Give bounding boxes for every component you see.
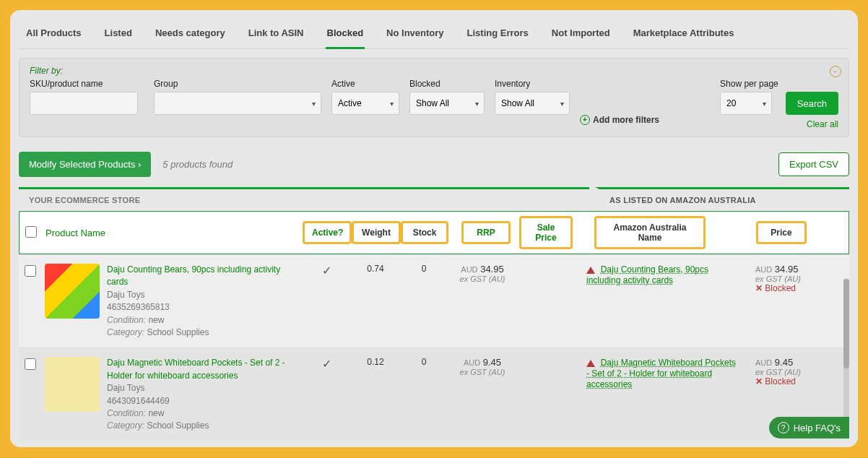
blocked-select[interactable]: Show All — [409, 92, 485, 115]
rrp-value: 34.95 — [480, 264, 504, 275]
tab-listing-errors[interactable]: Listing Errors — [466, 22, 530, 48]
rrp-note: ex GST (AU) — [455, 368, 510, 376]
col-active[interactable]: Active? — [303, 221, 352, 244]
product-sku: 4643091644469 — [107, 395, 302, 407]
tab-not-imported[interactable]: Not Imported — [550, 22, 612, 48]
warning-icon — [586, 267, 595, 274]
tab-marketplace-attributes[interactable]: Marketplace Attributes — [632, 22, 736, 48]
row-checkbox[interactable] — [25, 265, 36, 277]
plus-icon: + — [580, 115, 590, 125]
rrp-note: ex GST (AU) — [455, 275, 510, 283]
rrp-currency: AUD — [464, 358, 480, 367]
price-note: ex GST (AU) — [755, 368, 835, 376]
weight-value: 0.12 — [351, 357, 400, 432]
product-brand: Daju Toys — [107, 289, 302, 301]
product-thumbnail — [45, 357, 100, 412]
tab-blocked[interactable]: Blocked — [326, 22, 365, 48]
stock-value: 0 — [400, 264, 448, 339]
group-header-amazon: AS LISTED ON AMAZON AUSTRALIA — [595, 187, 849, 211]
price-value: 34.95 — [775, 264, 799, 275]
tab-needs-category[interactable]: Needs category — [154, 22, 227, 48]
active-label: Active — [331, 79, 399, 89]
help-faq-button[interactable]: ? Help FAQ's — [769, 417, 849, 438]
inventory-select[interactable]: Show All — [495, 92, 570, 115]
product-title-link[interactable]: Daju Magnetic Whiteboard Pockets - Set o… — [107, 357, 302, 382]
product-thumbnail — [45, 264, 100, 319]
col-weight[interactable]: Weight — [352, 221, 401, 244]
product-title-link[interactable]: Daju Counting Bears, 90pcs including act… — [107, 264, 302, 289]
product-sku: 4635269365813 — [107, 301, 302, 314]
group-label: Group — [154, 79, 321, 89]
table: YOUR ECOMMERCE STORE AS LISTED ON AMAZON… — [19, 187, 849, 441]
condition-label: Condition: — [107, 408, 146, 418]
scrollbar[interactable] — [843, 279, 849, 428]
app-frame: All Products Listed Needs category Link … — [10, 10, 858, 447]
sku-label: SKU/product name — [30, 79, 144, 89]
category-label: Category: — [107, 327, 144, 337]
price-currency: AUD — [755, 358, 772, 367]
price-note: ex GST (AU) — [755, 275, 835, 283]
col-price[interactable]: Price — [756, 221, 807, 244]
active-check-icon: ✓ — [302, 357, 351, 432]
search-button[interactable]: Search — [786, 92, 838, 115]
amazon-title-link[interactable]: Daju Magnetic Whiteboard Pockets - Set o… — [586, 358, 736, 389]
results-count: 5 products found — [162, 159, 233, 170]
col-sale-price[interactable]: Sale Price — [519, 216, 573, 249]
help-icon: ? — [778, 422, 789, 433]
add-more-filters[interactable]: +Add more filters — [580, 115, 659, 125]
collapse-icon[interactable]: − — [830, 66, 841, 77]
col-rrp[interactable]: RRP — [461, 221, 511, 244]
stock-value: 0 — [400, 357, 448, 432]
filter-panel: − Filter by: SKU/product name Group Acti… — [19, 58, 849, 137]
condition-value: new — [148, 408, 164, 418]
select-all-checkbox[interactable] — [25, 226, 37, 238]
condition-label: Condition: — [107, 315, 146, 325]
show-per-page-select[interactable]: 20 — [720, 92, 772, 115]
category-label: Category: — [107, 420, 144, 431]
rrp-currency: AUD — [461, 265, 477, 274]
table-row: Daju Magnetic Whiteboard Pockets - Set o… — [19, 347, 849, 441]
modify-selected-button[interactable]: Modify Selected Products › — [19, 152, 151, 177]
tab-link-to-asin[interactable]: Link to ASIN — [247, 22, 305, 48]
category-value: School Supplies — [147, 420, 209, 431]
export-csv-button[interactable]: Export CSV — [778, 152, 849, 176]
help-label: Help FAQ's — [794, 423, 841, 433]
condition-value: new — [148, 315, 164, 325]
status-blocked: Blocked — [755, 376, 835, 386]
group-select[interactable] — [154, 92, 321, 115]
active-check-icon: ✓ — [302, 264, 351, 339]
row-checkbox[interactable] — [25, 358, 36, 370]
sku-input[interactable] — [30, 92, 138, 115]
col-amz-name[interactable]: Amazon Australia Name — [594, 216, 706, 249]
price-value: 9.45 — [775, 357, 793, 368]
tab-listed[interactable]: Listed — [103, 22, 134, 48]
category-value: School Supplies — [147, 327, 209, 337]
scrollbar-thumb[interactable] — [843, 279, 849, 368]
active-select[interactable]: Active — [331, 92, 399, 115]
column-header-row: Product Name Active? Weight Stock RRP Sa… — [19, 211, 849, 254]
status-blocked: Blocked — [755, 283, 835, 293]
amazon-title-link[interactable]: Daju Counting Bears, 90pcs including act… — [586, 264, 708, 285]
col-product-name[interactable]: Product Name — [45, 228, 303, 238]
tab-all-products[interactable]: All Products — [25, 22, 83, 48]
group-header-store: YOUR ECOMMERCE STORE — [19, 187, 589, 211]
show-per-page-label: Show per page — [720, 79, 778, 89]
inventory-label: Inventory — [495, 79, 570, 89]
price-currency: AUD — [755, 265, 772, 274]
actions-row: Modify Selected Products › 5 products fo… — [19, 152, 849, 177]
warning-icon — [586, 360, 595, 367]
weight-value: 0.74 — [351, 264, 400, 339]
rrp-value: 9.45 — [483, 357, 501, 368]
table-row: Daju Counting Bears, 90pcs including act… — [19, 254, 849, 347]
product-brand: Daju Toys — [107, 382, 302, 394]
tab-no-inventory[interactable]: No Inventory — [385, 22, 445, 48]
blocked-label: Blocked — [409, 79, 485, 89]
tab-bar: All Products Listed Needs category Link … — [19, 19, 849, 49]
col-stock[interactable]: Stock — [401, 221, 448, 244]
clear-all-link[interactable]: Clear all — [807, 119, 838, 129]
filter-title: Filter by: — [30, 66, 838, 76]
